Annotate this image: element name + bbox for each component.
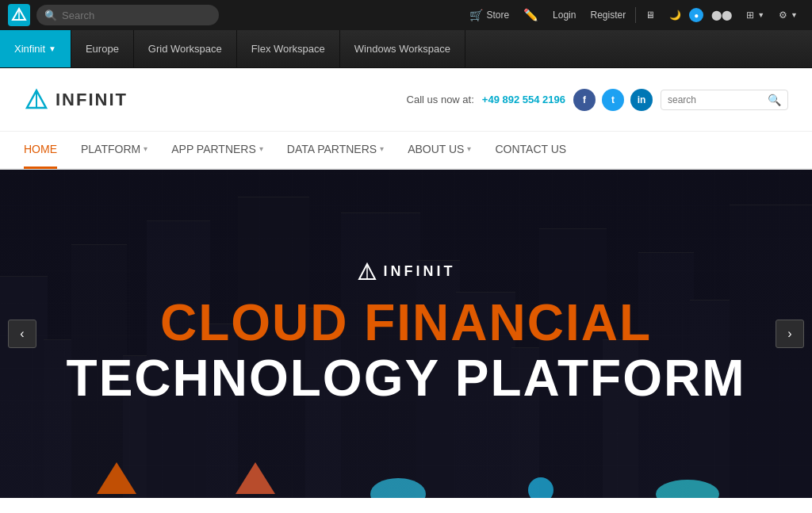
chevron-down-icon: ▾ [380, 144, 384, 153]
hero-logo-icon [357, 262, 377, 282]
hero-title-line2: TECHNOLOGY PLATFORM [67, 350, 746, 406]
workspace-nav: Xinfinit ▼ Europe Grid Workspace Flex Wo… [0, 30, 812, 68]
app-logo[interactable] [8, 4, 30, 26]
login-button[interactable]: Login [546, 6, 582, 24]
monitor-button[interactable]: 🖥 [639, 6, 661, 24]
svg-point-10 [656, 480, 719, 498]
monitor-icon: 🖥 [645, 10, 655, 21]
search-input[interactable] [62, 10, 211, 21]
site-search[interactable]: 🔍 [661, 90, 788, 110]
grid-icon: ⊞ [746, 10, 754, 21]
nav-windows-workspace[interactable]: Windows Workspace [340, 30, 465, 67]
search-icon: 🔍 [44, 10, 57, 21]
hero-next-button[interactable]: › [776, 320, 804, 348]
decoration-oval [656, 462, 719, 498]
site-search-input[interactable] [668, 94, 763, 105]
decoration-triangle-2 [232, 458, 279, 498]
hero-logo-line: INFINIT [67, 262, 746, 282]
site-nav: HOME PLATFORM ▾ APP PARTNERS ▾ DATA PART… [0, 132, 812, 170]
chevron-down-icon: ▾ [144, 144, 147, 153]
store-icon: 🛒 [469, 9, 483, 21]
gear-icon: ⚙ [779, 10, 787, 21]
contact-info: Call us now at: +49 892 554 2196 f t in … [407, 89, 788, 111]
site-nav-about-us[interactable]: ABOUT US ▾ [408, 132, 471, 169]
flickr-button[interactable]: ⬤⬤ [705, 6, 738, 24]
hero-bottom-shapes [0, 458, 812, 498]
nav-flex-workspace[interactable]: Flex Workspace [237, 30, 340, 67]
site-header-right: Call us now at: +49 892 554 2196 f t in … [407, 89, 788, 111]
register-button[interactable]: Register [584, 6, 632, 24]
flickr-icon: ⬤⬤ [711, 10, 732, 21]
site-nav-platform[interactable]: PLATFORM ▾ [81, 132, 147, 169]
hero-content: INFINIT CLOUD FINANCIAL TECHNOLOGY PLATF… [67, 262, 746, 407]
social-icons: f t in [573, 89, 653, 111]
hero-title-line1: CLOUD FINANCIAL [67, 295, 746, 350]
chevron-down-icon: ▾ [259, 144, 263, 153]
chevron-down-icon: ▾ [467, 144, 471, 153]
site-nav-app-partners[interactable]: APP PARTNERS ▾ [171, 132, 263, 169]
chevron-down-icon: ▼ [791, 11, 798, 19]
settings-button[interactable]: ⚙ ▼ [772, 6, 804, 24]
notification-badge: ● [689, 8, 703, 22]
svg-marker-6 [97, 462, 136, 494]
moon-icon: 🌙 [669, 10, 681, 21]
site-logo: INFINIT [24, 87, 128, 113]
grid-button[interactable]: ⊞ ▼ [740, 6, 771, 24]
decoration-circle-1 [370, 466, 426, 498]
chevron-down-icon: ▼ [757, 11, 764, 19]
hero-prev-button[interactable]: ‹ [8, 320, 36, 348]
nav-grid-workspace[interactable]: Grid Workspace [134, 30, 237, 67]
top-bar: 🔍 🛒 Store ✏️ Login Register 🖥 🌙 ● ⬤⬤ ⊞ [0, 0, 812, 30]
site-nav-contact-us[interactable]: CONTACT US [495, 132, 566, 169]
moon-button[interactable]: 🌙 [663, 6, 688, 24]
top-bar-actions: 🛒 Store ✏️ Login Register 🖥 🌙 ● ⬤⬤ ⊞ ▼ ⚙… [463, 5, 804, 25]
nav-europe[interactable]: Europe [71, 30, 134, 67]
edit-icon: ✏️ [523, 8, 538, 22]
site-search-icon[interactable]: 🔍 [768, 94, 781, 106]
decoration-triangle-1 [93, 458, 140, 498]
facebook-icon[interactable]: f [573, 89, 596, 111]
linkedin-icon[interactable]: in [630, 89, 653, 111]
hero-section: INFINIT CLOUD FINANCIAL TECHNOLOGY PLATF… [0, 170, 812, 498]
svg-point-8 [370, 478, 426, 498]
chevron-down-icon: ▼ [48, 44, 56, 53]
site-logo-icon [24, 87, 49, 113]
decoration-circle-2 [517, 466, 565, 498]
edit-button[interactable]: ✏️ [517, 5, 545, 25]
divider [635, 7, 636, 23]
store-button[interactable]: 🛒 Store [463, 6, 515, 25]
site-header: INFINIT Call us now at: +49 892 554 2196… [0, 68, 812, 132]
svg-point-9 [528, 477, 553, 498]
svg-marker-7 [236, 462, 275, 494]
search-box[interactable]: 🔍 [36, 5, 219, 25]
site-nav-data-partners[interactable]: DATA PARTNERS ▾ [287, 132, 384, 169]
nav-xinfinit[interactable]: Xinfinit ▼ [0, 30, 71, 67]
twitter-icon[interactable]: t [602, 89, 624, 111]
site-nav-home[interactable]: HOME [24, 132, 57, 169]
